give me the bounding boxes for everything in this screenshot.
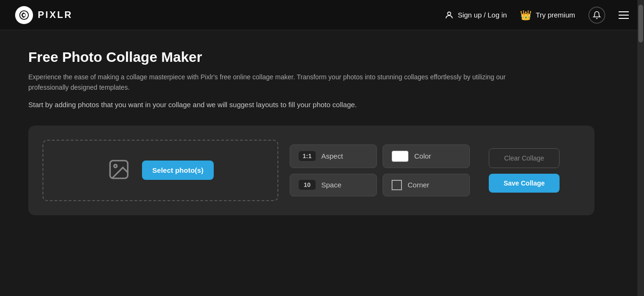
crown-icon: 👑: [520, 9, 532, 21]
controls-section: 1:1 Aspect Color 10 Space Corner: [290, 144, 470, 196]
logo-text: PIXLR: [38, 9, 73, 20]
notification-button[interactable]: [588, 7, 605, 24]
bell-icon: [593, 11, 601, 19]
page-title: Free Photo Collage Maker: [28, 49, 616, 65]
aspect-control[interactable]: 1:1 Aspect: [290, 144, 377, 168]
page-description: Experience the ease of making a collage …: [28, 72, 547, 93]
premium-label: Try premium: [535, 11, 575, 19]
color-swatch: [392, 151, 409, 162]
page-tagline: Start by adding photos that you want in …: [28, 101, 616, 109]
aspect-badge: 1:1: [299, 151, 316, 161]
premium-link[interactable]: 👑 Try premium: [520, 9, 575, 21]
controls-row-1: 1:1 Aspect Color: [290, 144, 470, 168]
controls-row-2: 10 Space Corner: [290, 174, 470, 196]
menu-line-2: [619, 15, 629, 16]
main-content: Free Photo Collage Maker Experience the …: [0, 30, 644, 234]
upload-area[interactable]: Select photo(s): [42, 140, 278, 201]
clear-collage-button[interactable]: Clear Collage: [489, 148, 560, 168]
navbar-right: Sign up / Log in 👑 Try premium: [444, 7, 629, 24]
svg-point-1: [23, 14, 25, 17]
logo[interactable]: PIXLR: [15, 6, 73, 24]
collage-panel: Select photo(s) 1:1 Aspect Color 10: [28, 126, 594, 215]
navbar: PIXLR Sign up / Log in 👑 Try premium: [0, 0, 644, 30]
image-upload-icon: [107, 158, 131, 183]
color-label: Color: [414, 152, 431, 160]
space-badge: 10: [299, 180, 316, 190]
svg-point-4: [114, 164, 117, 167]
signup-label: Sign up / Log in: [458, 11, 507, 19]
hamburger-menu[interactable]: [619, 11, 629, 19]
logo-icon: [15, 6, 33, 24]
scrollbar-thumb[interactable]: [638, 5, 643, 42]
action-buttons: Clear Collage Save Collage: [489, 148, 560, 193]
user-icon: [444, 10, 454, 20]
scrollbar: [637, 0, 644, 296]
corner-label: Corner: [408, 181, 429, 189]
select-photos-button[interactable]: Select photo(s): [142, 161, 214, 180]
signup-link[interactable]: Sign up / Log in: [444, 10, 507, 20]
corner-icon: [392, 180, 402, 190]
space-control[interactable]: 10 Space: [290, 174, 377, 196]
space-label: Space: [321, 181, 342, 189]
aspect-label: Aspect: [321, 152, 343, 160]
svg-point-2: [448, 12, 451, 15]
corner-control[interactable]: Corner: [383, 174, 470, 196]
color-control[interactable]: Color: [383, 144, 470, 168]
menu-line-3: [619, 18, 629, 19]
save-collage-button[interactable]: Save Collage: [489, 174, 560, 193]
menu-line-1: [619, 11, 629, 12]
